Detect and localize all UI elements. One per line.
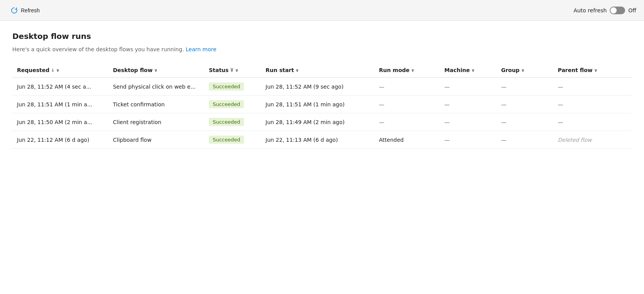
filter-icon: ⊽ (230, 68, 234, 73)
cell-machine: — (440, 77, 496, 96)
cell-desktop-flow: Send physical click on web e... (108, 77, 204, 96)
table-row[interactable]: Jun 28, 11:52 AM (4 sec a... Send physic… (12, 77, 632, 96)
cell-desktop-flow: Ticket confirmation (108, 96, 204, 113)
chevron-down-icon: ∨ (521, 68, 525, 73)
cell-parent-flow: — (553, 77, 632, 96)
cell-run-start: Jun 28, 11:49 AM (2 min ago) (261, 113, 374, 131)
cell-run-mode: — (374, 113, 440, 131)
main-content: Desktop flow runs Here's a quick overvie… (0, 21, 644, 294)
cell-group: — (496, 77, 553, 96)
sort-icon: ↓ (51, 68, 54, 73)
cell-run-start: Jun 28, 11:51 AM (1 min ago) (261, 96, 374, 113)
status-badge: Succeeded (209, 118, 244, 126)
auto-refresh-label: Auto refresh (573, 7, 607, 13)
col-header-requested[interactable]: Requested ↓ ∨ (12, 63, 108, 77)
status-badge: Succeeded (209, 100, 244, 108)
cell-machine: — (440, 96, 496, 113)
cell-status: Succeeded (204, 77, 261, 96)
cell-status: Succeeded (204, 96, 261, 113)
refresh-icon (11, 7, 18, 14)
cell-run-mode: — (374, 96, 440, 113)
auto-refresh-toggle[interactable] (610, 7, 625, 14)
chevron-down-icon: ∨ (154, 68, 158, 73)
cell-desktop-flow: Client registration (108, 113, 204, 131)
cell-desktop-flow: Clipboard flow (108, 131, 204, 149)
refresh-button[interactable]: Refresh (8, 5, 43, 15)
cell-status: Succeeded (204, 113, 261, 131)
cell-run-start: Jun 28, 11:52 AM (9 sec ago) (261, 77, 374, 96)
refresh-label: Refresh (21, 7, 40, 13)
cell-requested: Jun 22, 11:12 AM (6 d ago) (12, 131, 108, 149)
cell-group: — (496, 96, 553, 113)
cell-requested: Jun 28, 11:50 AM (2 min a... (12, 113, 108, 131)
chevron-down-icon: ∨ (235, 68, 239, 73)
table-row[interactable]: Jun 22, 11:12 AM (6 d ago) Clipboard flo… (12, 131, 632, 149)
flow-runs-table: Requested ↓ ∨ Desktop flow ∨ Status ⊽ (12, 63, 632, 149)
cell-requested: Jun 28, 11:52 AM (4 sec a... (12, 77, 108, 96)
chevron-down-icon: ∨ (56, 68, 60, 73)
cell-parent-flow: Deleted flow (553, 131, 632, 149)
learn-more-link[interactable]: Learn more (186, 46, 217, 52)
col-header-parent-flow[interactable]: Parent flow ∨ (553, 63, 632, 77)
status-badge: Succeeded (209, 136, 244, 144)
chevron-down-icon: ∨ (471, 68, 475, 73)
table-header-row: Requested ↓ ∨ Desktop flow ∨ Status ⊽ (12, 63, 632, 77)
col-header-run-mode[interactable]: Run mode ∨ (374, 63, 440, 77)
page-description: Here's a quick overview of the desktop f… (12, 46, 632, 52)
col-header-status[interactable]: Status ⊽ ∨ (204, 63, 261, 77)
chevron-down-icon: ∨ (411, 68, 415, 73)
table-row[interactable]: Jun 28, 11:51 AM (1 min a... Ticket conf… (12, 96, 632, 113)
col-header-run-start[interactable]: Run start ∨ (261, 63, 374, 77)
cell-status: Succeeded (204, 131, 261, 149)
col-header-group[interactable]: Group ∨ (496, 63, 553, 77)
cell-parent-flow: — (553, 113, 632, 131)
cell-group: — (496, 113, 553, 131)
col-header-machine[interactable]: Machine ∨ (440, 63, 496, 77)
auto-refresh-area: Auto refresh Off (573, 7, 636, 14)
toggle-state-label: Off (628, 7, 636, 13)
cell-machine: — (440, 131, 496, 149)
page-title: Desktop flow runs (12, 32, 632, 41)
cell-machine: — (440, 113, 496, 131)
cell-run-mode: Attended (374, 131, 440, 149)
cell-group: — (496, 131, 553, 149)
cell-parent-flow: — (553, 96, 632, 113)
cell-run-start: Jun 22, 11:13 AM (6 d ago) (261, 131, 374, 149)
chevron-down-icon: ∨ (594, 68, 597, 73)
table-row[interactable]: Jun 28, 11:50 AM (2 min a... Client regi… (12, 113, 632, 131)
status-badge: Succeeded (209, 82, 244, 91)
toggle-thumb (610, 7, 617, 13)
chevron-down-icon: ∨ (296, 68, 299, 73)
cell-requested: Jun 28, 11:51 AM (1 min a... (12, 96, 108, 113)
cell-run-mode: — (374, 77, 440, 96)
col-header-desktop-flow[interactable]: Desktop flow ∨ (108, 63, 204, 77)
